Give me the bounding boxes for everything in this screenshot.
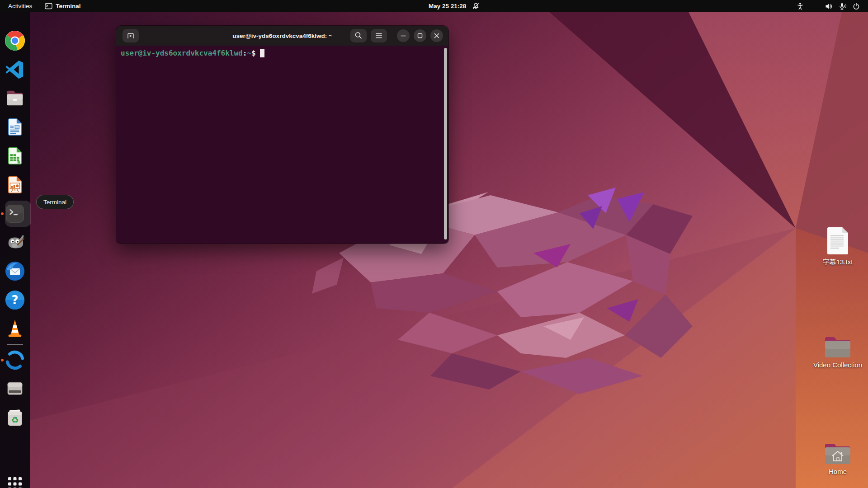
dock-item-app-grid[interactable] [3,472,27,488]
terminal-mini-icon [45,3,52,9]
accessibility-icon[interactable] [797,2,804,10]
dock-item-trash[interactable]: ♻ [3,406,27,430]
desktop-icon-video-collection[interactable]: Video Collection [793,335,868,369]
dock-item-software-updater[interactable] [3,348,27,372]
top-bar: Activities Terminal May 25 21:28 [0,0,868,12]
maximize-icon [414,29,426,42]
dock-item-calc[interactable] [3,144,27,168]
prompt-symbol: $ [251,49,256,57]
dock-item-thunderbird[interactable] [3,259,27,283]
clock-menu[interactable]: May 25 21:28 [429,0,480,12]
focused-app-label: Terminal [56,3,80,9]
prompt-path: ~ [247,49,251,57]
vscode-icon [5,59,25,80]
terminal-titlebar[interactable]: user@iv-yds6oxrdvkcva4f6klwd: ~ [116,26,448,46]
shell-prompt: user@iv-yds6oxrdvkcva4f6klwd:~$ [121,49,264,57]
new-tab-button[interactable] [123,29,139,42]
svg-text:♻: ♻ [11,415,19,425]
system-status-area[interactable] [791,0,868,12]
dock-item-help[interactable]: ? [3,288,27,312]
activities-label: Activities [8,3,32,9]
desktop-icon-subtitle-file[interactable]: 字幕13.txt [793,226,868,267]
dock-tooltip-label: Terminal [43,199,66,206]
dock-item-vscode[interactable] [3,58,27,81]
desktop-icon-home[interactable]: Home [793,442,868,475]
vlc-icon [5,318,25,339]
search-icon [354,31,363,41]
maximize-button[interactable] [414,29,426,42]
disks-icon [5,378,25,399]
dock-item-gimp[interactable] [3,230,27,253]
software-updater-running-dot [1,359,4,361]
prompt-separator: : [243,49,247,57]
app-grid-icon [6,475,24,488]
svg-text:?: ? [11,293,18,307]
dock-item-chrome[interactable] [3,29,27,52]
volume-icon[interactable] [825,3,833,10]
dock-item-impress[interactable] [3,173,27,197]
notifications-muted-icon [472,2,480,10]
dock: ? ♻ [0,12,30,488]
hamburger-menu-icon [374,31,384,41]
folder-icon [823,335,852,359]
desktop-icon-label: 字幕13.txt [823,258,853,267]
close-icon [430,29,443,42]
terminal-scrollbar[interactable] [444,48,447,239]
terminal-window[interactable]: user@iv-yds6oxrdvkcva4f6klwd: ~ [116,26,448,244]
terminal-running-dot [1,212,4,215]
desktop-icon-label: Home [829,468,847,475]
home-folder-icon [823,442,852,465]
new-tab-icon [127,32,135,39]
terminal-icon [5,203,25,224]
close-button[interactable] [430,29,443,42]
search-button[interactable] [350,29,367,42]
dock-separator [7,344,23,345]
dock-item-writer[interactable] [3,115,27,139]
minimize-button[interactable] [397,29,410,42]
microphone-icon[interactable] [839,3,847,10]
prompt-user-host: user@iv-yds6oxrdvkcva4f6klwd [121,49,243,57]
trash-icon: ♻ [5,408,25,428]
help-icon: ? [5,290,25,310]
dock-item-disks[interactable] [3,377,27,400]
calc-icon [5,145,25,166]
minimize-icon [397,29,410,42]
writer-icon [5,117,25,137]
text-cursor [260,49,264,57]
impress-icon [5,174,25,195]
gimp-icon [5,231,25,252]
dock-tooltip: Terminal [36,195,74,209]
chrome-icon [5,30,25,51]
clock-label: May 25 21:28 [429,3,466,9]
thunderbird-icon [5,261,25,282]
dock-item-terminal[interactable] [3,202,27,225]
software-updater-icon [5,350,25,371]
desktop-icon-label: Video Collection [813,361,862,369]
power-icon[interactable] [853,3,860,10]
focused-app-menu[interactable]: Terminal [40,0,85,12]
activities-button[interactable]: Activities [0,0,40,12]
terminal-screen[interactable]: user@iv-yds6oxrdvkcva4f6klwd:~$ [116,46,448,244]
text-file-icon [826,226,850,256]
files-icon [5,88,25,108]
menu-button[interactable] [371,29,387,42]
dock-item-vlc[interactable] [3,317,27,340]
dock-item-files[interactable] [3,86,27,110]
